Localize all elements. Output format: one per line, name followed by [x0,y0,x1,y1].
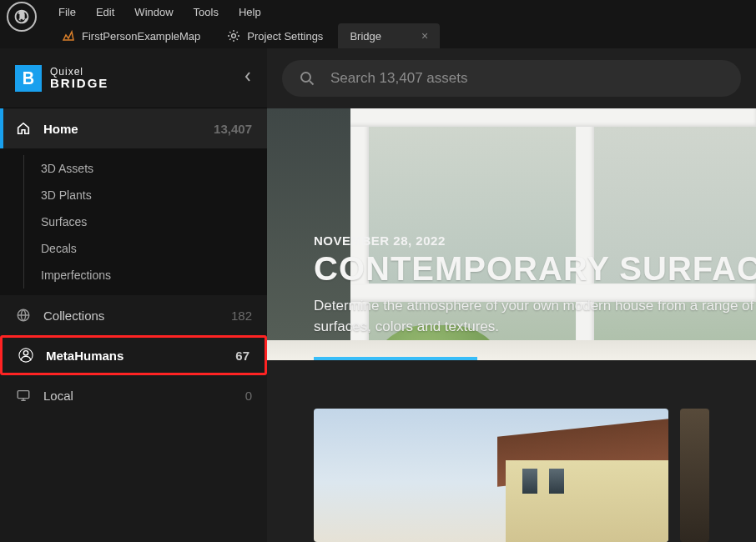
nav-local[interactable]: Local 0 [0,375,267,415]
nav-count: 13,407 [214,122,252,136]
close-icon[interactable]: × [421,29,428,43]
svg-point-2 [23,351,28,355]
tab-bridge[interactable]: Bridge × [338,23,440,48]
nav-collections[interactable]: Collections 182 [0,295,267,335]
main-content: Search 13,407 assets [267,48,756,542]
svg-rect-4 [18,391,29,399]
chevron-left-icon [244,71,252,83]
menu-edit[interactable]: Edit [96,6,114,18]
tab-map[interactable]: FirstPersonExampleMap [50,23,212,48]
collapse-sidebar-button[interactable] [244,71,252,86]
hero-description: Determine the atmosphere of your own mod… [314,296,756,337]
menu-file[interactable]: File [58,6,76,18]
nav-surfaces[interactable]: Surfaces [24,208,267,235]
globe-icon [15,307,32,324]
level-icon [62,29,75,43]
home-icon [15,120,32,137]
nav-3d-assets[interactable]: 3D Assets [24,155,267,182]
menu-window[interactable]: Window [134,6,173,18]
settings-icon [227,29,240,43]
hero-banner: NOVEMBER 28, 2022 CONTEMPORARY SURFACES … [267,108,756,360]
brand-title: Quixel BRIDGE [50,67,108,89]
nav-home[interactable]: Home 13,407 [0,108,267,148]
monitor-icon [15,387,32,404]
nav-metahumans[interactable]: MetaHumans 67 [0,335,267,375]
unreal-logo[interactable] [7,2,37,32]
nav-decals[interactable]: Decals [24,235,267,262]
unreal-icon [13,8,30,25]
tab-label: FirstPersonExampleMap [82,30,200,43]
tab-settings[interactable]: Project Settings [215,23,335,48]
go-to-collection-button[interactable]: GO TO COLLECTION [314,357,477,360]
sidebar: B Quixel BRIDGE Home 13,407 3D Assets 3D [0,48,267,542]
search-input[interactable]: Search 13,407 assets [282,60,741,97]
nav-3d-plants[interactable]: 3D Plants [24,182,267,208]
nav-label: MetaHumans [46,349,123,363]
quixel-logo: B [15,65,42,92]
svg-point-5 [301,73,310,82]
nav-label: Collections [43,309,104,323]
collection-card[interactable] [680,409,709,542]
nav-count: 0 [245,389,252,403]
menu-tools[interactable]: Tools [194,6,219,18]
svg-point-0 [232,34,236,38]
search-icon [299,70,315,87]
menu-bar: File Edit Window Tools Help [58,6,261,18]
person-icon [18,347,34,364]
tab-label: Bridge [350,30,381,43]
tab-label: Project Settings [247,30,323,43]
search-placeholder: Search 13,407 assets [330,70,467,87]
menu-help[interactable]: Help [239,6,261,18]
collection-card[interactable] [314,409,668,542]
nav-count: 67 [235,349,249,363]
hero-date: NOVEMBER 28, 2022 [314,233,756,248]
nav-label: Local [43,389,73,403]
hero-title: CONTEMPORARY SURFACES [314,251,756,286]
nav-count: 182 [231,309,252,323]
nav-label: Home [43,122,78,136]
nav-imperfections[interactable]: Imperfections [24,262,267,289]
